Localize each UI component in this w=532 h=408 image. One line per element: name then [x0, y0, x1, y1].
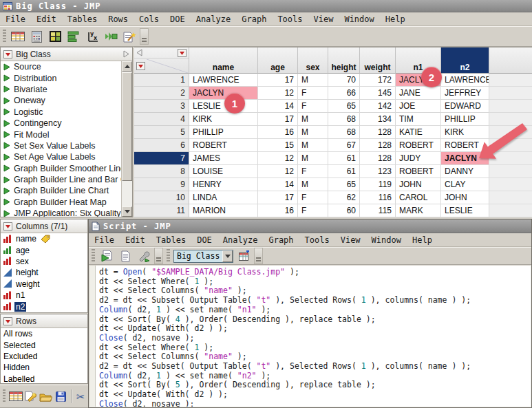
cell-sex-row10[interactable]: F [298, 191, 328, 204]
cell-sex-row1[interactable]: M [298, 74, 328, 87]
script-menu-help[interactable]: Help [407, 234, 438, 246]
cell-name-row5[interactable]: PHILLIP [189, 126, 258, 139]
main-menu-help[interactable]: Help [380, 13, 411, 25]
script-item-distribution[interactable]: Distribution [1, 72, 121, 83]
cell-height-row4[interactable]: 68 [328, 113, 360, 126]
cell-age-row2[interactable]: 12 [258, 87, 298, 100]
scrollbar-thumb[interactable] [122, 72, 132, 181]
cut-icon[interactable]: ✂ [76, 388, 88, 405]
script-menu-analyze[interactable]: Analyze [217, 234, 264, 246]
script-editor[interactable]: dt = Open( "$SAMPLE_DATA/Big Class.jmp" … [89, 266, 531, 407]
cell-n1-row3[interactable]: JOE [396, 100, 441, 113]
column-item-n2[interactable]: n2 [1, 301, 87, 312]
cell-height-row2[interactable]: 66 [328, 87, 360, 100]
join-tables-icon[interactable] [103, 28, 119, 45]
script-menu-window[interactable]: Window [366, 234, 407, 246]
column-item-height[interactable]: height [1, 267, 87, 278]
row-number-cell[interactable]: 9 [134, 178, 189, 191]
cell-name-row11[interactable]: MARION [189, 204, 258, 217]
cell-height-row8[interactable]: 61 [328, 165, 360, 178]
cell-name-row10[interactable]: LINDA [189, 191, 258, 204]
script-item-fit-model[interactable]: Fit Model [1, 129, 121, 140]
script-window-titlebar[interactable]: Script - JMP [89, 219, 531, 233]
row-number-cell[interactable]: 4 [134, 113, 189, 126]
cell-weight-row1[interactable]: 172 [360, 74, 396, 87]
script-item-oneway[interactable]: Oneway [1, 95, 121, 106]
cell-height-row3[interactable]: 65 [328, 100, 360, 113]
cell-n2-row2[interactable]: JEFFREY [441, 87, 489, 100]
window-panes-icon[interactable] [47, 28, 63, 45]
toolbar-overflow-button[interactable] [154, 248, 163, 264]
collapse-right-icon[interactable] [123, 50, 129, 58]
column-header-age[interactable]: age [258, 47, 298, 74]
cell-sex-row11[interactable]: F [298, 204, 328, 217]
cell-sex-row9[interactable]: M [298, 178, 328, 191]
cell-n1-row8[interactable]: ROBERT [396, 165, 441, 178]
cell-n2-row10[interactable]: JOHN [441, 191, 489, 204]
row-number-cell[interactable]: 2 [134, 87, 189, 100]
cell-n2-row3[interactable]: EDWARD [441, 100, 489, 113]
cell-name-row3[interactable]: LESLIE [189, 100, 258, 113]
toolbar-overflow-button[interactable] [254, 248, 263, 264]
fit-y-by-x-icon[interactable]: yx [84, 28, 100, 45]
rows-status-labelled[interactable]: Labelled [1, 374, 87, 385]
cell-age-row1[interactable]: 17 [258, 74, 298, 87]
cell-height-row9[interactable]: 65 [328, 178, 360, 191]
main-window-titlebar[interactable]: Big Class - JMP [0, 0, 532, 12]
cell-age-row7[interactable]: 12 [258, 152, 298, 165]
script-item-bivariate[interactable]: Bivariate [1, 84, 121, 95]
main-menu-doe[interactable]: DOE [164, 13, 191, 25]
toolbar-grip[interactable] [3, 30, 6, 43]
cell-age-row5[interactable]: 16 [258, 126, 298, 139]
column-item-n1[interactable]: n1 [1, 290, 87, 301]
calculator-icon[interactable] [28, 28, 45, 45]
rows-status-excluded[interactable]: Excluded [1, 351, 87, 362]
cell-n1-row10[interactable]: CAROL [396, 191, 441, 204]
cell-age-row8[interactable]: 12 [258, 165, 298, 178]
dropdown-arrow-button[interactable] [222, 250, 233, 262]
cell-n1-row7[interactable]: JUDY [396, 152, 441, 165]
new-table-icon[interactable] [9, 388, 23, 405]
row-number-cell[interactable]: 7 [134, 152, 189, 165]
cell-n1-row4[interactable]: TIM [396, 113, 441, 126]
row-number-cell[interactable]: 1 [134, 74, 189, 87]
rows-status-selected[interactable]: Selected [1, 339, 87, 350]
red-menu-triangle-icon[interactable] [178, 49, 187, 57]
cell-sex-row4[interactable]: M [298, 113, 328, 126]
cell-height-row11[interactable]: 60 [328, 204, 360, 217]
scroll-up-button[interactable] [122, 61, 132, 72]
cell-age-row10[interactable]: 17 [258, 191, 298, 204]
rows-status-hidden[interactable]: Hidden [1, 362, 87, 373]
cell-n1-row6[interactable]: ROBERT [396, 139, 441, 152]
cell-age-row3[interactable]: 14 [258, 100, 298, 113]
cell-weight-row10[interactable]: 116 [360, 191, 396, 204]
script-item-graph-builder-line-chart[interactable]: Graph Builder Line Chart [1, 185, 121, 196]
script-menu-view[interactable]: View [335, 234, 366, 246]
copy-doc-icon[interactable] [117, 248, 134, 264]
cell-name-row8[interactable]: LOUISE [189, 165, 258, 178]
script-menu-graph[interactable]: Graph [263, 234, 299, 246]
script-item-source[interactable]: Source [1, 61, 121, 72]
cell-age-row4[interactable]: 17 [258, 113, 298, 126]
script-menu-tools[interactable]: Tools [299, 234, 335, 246]
row-number-cell[interactable]: 11 [134, 204, 189, 217]
main-menu-rows[interactable]: Rows [103, 13, 134, 25]
collapse-left-icon[interactable] [136, 49, 142, 56]
table-selector-dropdown[interactable]: Big Class [173, 250, 233, 263]
run-script-icon[interactable] [98, 248, 115, 264]
cell-name-row6[interactable]: ROBERT [189, 139, 258, 152]
cell-n2-row9[interactable]: CLAY [441, 178, 489, 191]
cell-weight-row8[interactable]: 123 [360, 165, 396, 178]
main-menu-analyze[interactable]: Analyze [191, 13, 237, 25]
red-menu-triangle-icon[interactable] [3, 317, 12, 325]
cell-height-row1[interactable]: 70 [328, 74, 360, 87]
row-number-cell[interactable]: 6 [134, 139, 189, 152]
cell-n1-row11[interactable]: MARK [396, 204, 441, 217]
row-number-cell[interactable]: 10 [134, 191, 189, 204]
cell-n1-row9[interactable]: JOHN [396, 178, 441, 191]
script-menu-doe[interactable]: DOE [191, 234, 217, 246]
new-table-icon[interactable] [10, 28, 26, 45]
script-item-logistic[interactable]: Logistic [1, 107, 121, 118]
wrench-icon[interactable] [136, 248, 152, 264]
script-menu-tables[interactable]: Tables [151, 234, 191, 246]
